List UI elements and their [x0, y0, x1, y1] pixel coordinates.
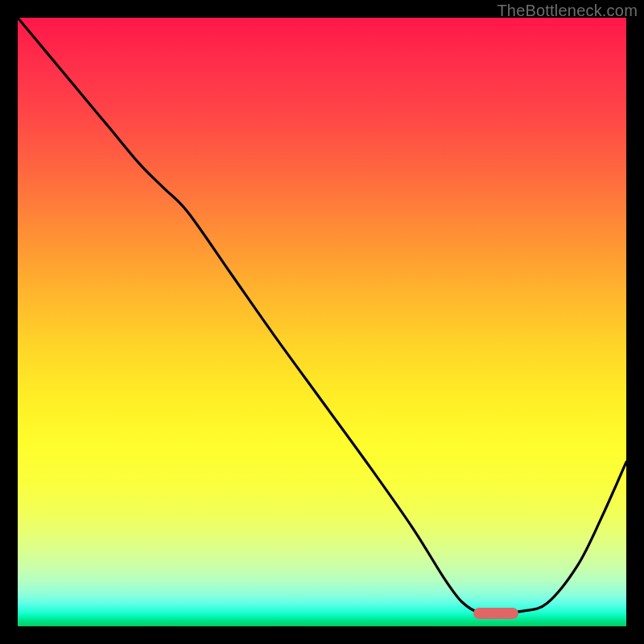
optimal-marker: [473, 608, 518, 619]
plot-area: [18, 18, 626, 626]
chart-container: TheBottleneck.com: [0, 0, 644, 644]
watermark-text: TheBottleneck.com: [497, 2, 638, 20]
bottleneck-curve: [18, 18, 626, 626]
